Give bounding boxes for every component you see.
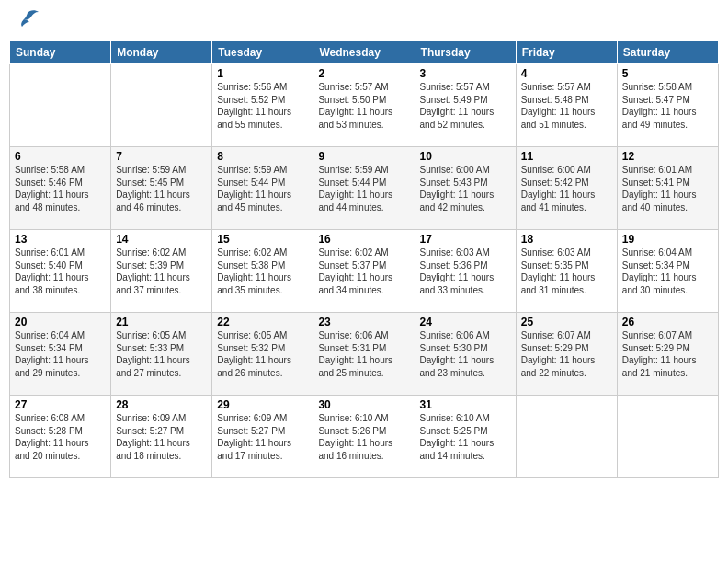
day-info: Sunrise: 6:02 AMSunset: 5:37 PMDaylight:… <box>318 247 409 296</box>
day-number: 17 <box>420 233 511 246</box>
day-number: 29 <box>217 398 308 411</box>
day-info: Sunrise: 5:56 AMSunset: 5:52 PMDaylight:… <box>217 81 308 131</box>
day-info: Sunrise: 6:09 AMSunset: 5:27 PMDaylight:… <box>116 412 207 462</box>
day-info: Sunrise: 6:01 AMSunset: 5:40 PMDaylight:… <box>15 247 106 296</box>
day-number: 6 <box>15 150 106 163</box>
calendar-cell: 7Sunrise: 5:59 AMSunset: 5:45 PMDaylight… <box>111 147 212 230</box>
calendar-cell: 30Sunrise: 6:10 AMSunset: 5:26 PMDayligh… <box>313 396 415 478</box>
day-info: Sunrise: 6:04 AMSunset: 5:34 PMDaylight:… <box>622 247 713 296</box>
day-number: 5 <box>622 67 713 80</box>
page-header <box>9 9 719 33</box>
day-number: 15 <box>217 233 308 246</box>
day-info: Sunrise: 6:08 AMSunset: 5:28 PMDaylight:… <box>15 412 106 462</box>
day-info: Sunrise: 6:06 AMSunset: 5:30 PMDaylight:… <box>420 329 511 379</box>
calendar-cell: 23Sunrise: 6:06 AMSunset: 5:31 PMDayligh… <box>313 313 415 396</box>
day-number: 22 <box>217 316 308 328</box>
logo-bird-icon <box>15 9 40 33</box>
day-number: 30 <box>318 398 409 411</box>
day-number: 11 <box>521 150 612 163</box>
day-number: 2 <box>318 67 409 80</box>
day-number: 27 <box>15 398 106 411</box>
day-number: 21 <box>116 316 207 328</box>
day-info: Sunrise: 6:04 AMSunset: 5:34 PMDaylight:… <box>15 329 106 379</box>
calendar-cell: 5Sunrise: 5:58 AMSunset: 5:47 PMDaylight… <box>617 64 718 147</box>
day-info: Sunrise: 5:59 AMSunset: 5:44 PMDaylight:… <box>217 164 308 213</box>
calendar-cell: 12Sunrise: 6:01 AMSunset: 5:41 PMDayligh… <box>617 147 718 230</box>
calendar-week-1: 1Sunrise: 5:56 AMSunset: 5:52 PMDaylight… <box>10 64 719 147</box>
day-number: 26 <box>622 316 713 328</box>
day-info: Sunrise: 6:10 AMSunset: 5:26 PMDaylight:… <box>318 412 409 462</box>
calendar-cell: 4Sunrise: 5:57 AMSunset: 5:48 PMDaylight… <box>516 64 617 147</box>
day-info: Sunrise: 6:03 AMSunset: 5:35 PMDaylight:… <box>521 247 612 296</box>
day-number: 9 <box>318 150 409 163</box>
day-number: 14 <box>116 233 207 246</box>
calendar-cell: 25Sunrise: 6:07 AMSunset: 5:29 PMDayligh… <box>516 313 617 396</box>
day-number: 31 <box>420 398 511 411</box>
calendar-cell: 10Sunrise: 6:00 AMSunset: 5:43 PMDayligh… <box>415 147 516 230</box>
calendar-cell: 20Sunrise: 6:04 AMSunset: 5:34 PMDayligh… <box>10 313 111 396</box>
column-header-tuesday: Tuesday <box>212 41 313 64</box>
calendar-cell: 3Sunrise: 5:57 AMSunset: 5:49 PMDaylight… <box>415 64 516 147</box>
day-info: Sunrise: 6:07 AMSunset: 5:29 PMDaylight:… <box>622 329 713 379</box>
day-number: 12 <box>622 150 713 163</box>
day-info: Sunrise: 6:07 AMSunset: 5:29 PMDaylight:… <box>521 329 612 379</box>
day-number: 23 <box>318 316 409 328</box>
day-info: Sunrise: 6:02 AMSunset: 5:38 PMDaylight:… <box>217 247 308 296</box>
day-info: Sunrise: 5:58 AMSunset: 5:47 PMDaylight:… <box>622 81 713 131</box>
day-number: 8 <box>217 150 308 163</box>
day-number: 19 <box>622 233 713 246</box>
calendar-cell: 18Sunrise: 6:03 AMSunset: 5:35 PMDayligh… <box>516 230 617 313</box>
calendar-cell: 17Sunrise: 6:03 AMSunset: 5:36 PMDayligh… <box>415 230 516 313</box>
day-info: Sunrise: 6:05 AMSunset: 5:33 PMDaylight:… <box>116 329 207 379</box>
calendar-header-row: SundayMondayTuesdayWednesdayThursdayFrid… <box>10 41 719 64</box>
calendar-cell: 28Sunrise: 6:09 AMSunset: 5:27 PMDayligh… <box>111 396 212 478</box>
calendar-cell: 24Sunrise: 6:06 AMSunset: 5:30 PMDayligh… <box>415 313 516 396</box>
calendar-cell: 9Sunrise: 5:59 AMSunset: 5:44 PMDaylight… <box>313 147 415 230</box>
day-number: 18 <box>521 233 612 246</box>
day-number: 1 <box>217 67 308 80</box>
day-info: Sunrise: 6:03 AMSunset: 5:36 PMDaylight:… <box>420 247 511 296</box>
calendar-cell: 11Sunrise: 6:00 AMSunset: 5:42 PMDayligh… <box>516 147 617 230</box>
calendar-cell: 16Sunrise: 6:02 AMSunset: 5:37 PMDayligh… <box>313 230 415 313</box>
day-info: Sunrise: 5:57 AMSunset: 5:50 PMDaylight:… <box>318 81 409 131</box>
day-info: Sunrise: 6:00 AMSunset: 5:43 PMDaylight:… <box>420 164 511 213</box>
calendar-cell: 19Sunrise: 6:04 AMSunset: 5:34 PMDayligh… <box>617 230 718 313</box>
calendar-cell: 27Sunrise: 6:08 AMSunset: 5:28 PMDayligh… <box>10 396 111 478</box>
calendar-cell <box>617 396 718 478</box>
calendar-cell: 2Sunrise: 5:57 AMSunset: 5:50 PMDaylight… <box>313 64 415 147</box>
calendar-week-2: 6Sunrise: 5:58 AMSunset: 5:46 PMDaylight… <box>10 147 719 230</box>
day-info: Sunrise: 6:10 AMSunset: 5:25 PMDaylight:… <box>420 412 511 462</box>
day-info: Sunrise: 5:57 AMSunset: 5:48 PMDaylight:… <box>521 81 612 131</box>
day-info: Sunrise: 6:01 AMSunset: 5:41 PMDaylight:… <box>622 164 713 213</box>
column-header-wednesday: Wednesday <box>313 41 415 64</box>
day-info: Sunrise: 6:06 AMSunset: 5:31 PMDaylight:… <box>318 329 409 379</box>
column-header-thursday: Thursday <box>415 41 516 64</box>
day-info: Sunrise: 5:58 AMSunset: 5:46 PMDaylight:… <box>15 164 106 213</box>
calendar-cell: 8Sunrise: 5:59 AMSunset: 5:44 PMDaylight… <box>212 147 313 230</box>
calendar-cell: 31Sunrise: 6:10 AMSunset: 5:25 PMDayligh… <box>415 396 516 478</box>
day-info: Sunrise: 6:02 AMSunset: 5:39 PMDaylight:… <box>116 247 207 296</box>
day-number: 13 <box>15 233 106 246</box>
calendar-cell: 14Sunrise: 6:02 AMSunset: 5:39 PMDayligh… <box>111 230 212 313</box>
day-info: Sunrise: 5:59 AMSunset: 5:44 PMDaylight:… <box>318 164 409 213</box>
calendar-cell: 15Sunrise: 6:02 AMSunset: 5:38 PMDayligh… <box>212 230 313 313</box>
calendar-cell <box>516 396 617 478</box>
day-number: 28 <box>116 398 207 411</box>
calendar-cell: 26Sunrise: 6:07 AMSunset: 5:29 PMDayligh… <box>617 313 718 396</box>
calendar-table: SundayMondayTuesdayWednesdayThursdayFrid… <box>9 40 719 478</box>
day-number: 7 <box>116 150 207 163</box>
calendar-cell: 22Sunrise: 6:05 AMSunset: 5:32 PMDayligh… <box>212 313 313 396</box>
day-number: 16 <box>318 233 409 246</box>
calendar-week-5: 27Sunrise: 6:08 AMSunset: 5:28 PMDayligh… <box>10 396 719 478</box>
calendar-cell: 1Sunrise: 5:56 AMSunset: 5:52 PMDaylight… <box>212 64 313 147</box>
calendar-cell: 6Sunrise: 5:58 AMSunset: 5:46 PMDaylight… <box>10 147 111 230</box>
day-info: Sunrise: 5:57 AMSunset: 5:49 PMDaylight:… <box>420 81 511 131</box>
calendar-cell: 21Sunrise: 6:05 AMSunset: 5:33 PMDayligh… <box>111 313 212 396</box>
day-number: 25 <box>521 316 612 328</box>
column-header-saturday: Saturday <box>617 41 718 64</box>
calendar-week-4: 20Sunrise: 6:04 AMSunset: 5:34 PMDayligh… <box>10 313 719 396</box>
day-number: 3 <box>420 67 511 80</box>
column-header-friday: Friday <box>516 41 617 64</box>
logo <box>13 9 40 33</box>
calendar-cell: 13Sunrise: 6:01 AMSunset: 5:40 PMDayligh… <box>10 230 111 313</box>
